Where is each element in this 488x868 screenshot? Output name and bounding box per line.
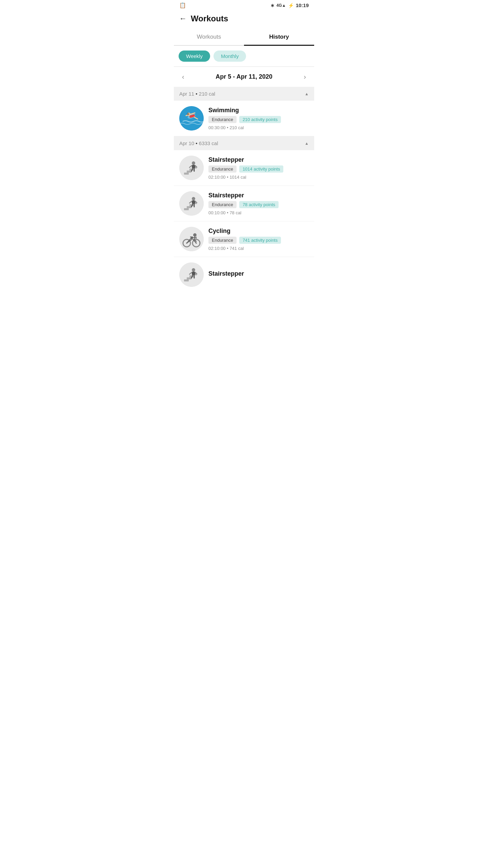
workout-item-stairstepper3-partial[interactable]: Stairstepper — [174, 257, 314, 290]
svg-rect-24 — [192, 200, 195, 204]
battery-icon: ⚡ — [288, 3, 294, 8]
workout-tags-stairstepper2: Endurance 78 activity points — [208, 201, 309, 208]
workout-info-cycling: Cycling Endurance 741 activity points 02… — [208, 228, 309, 251]
prev-week-button[interactable]: ‹ — [179, 72, 187, 82]
workout-avatar-cycling — [179, 227, 204, 251]
signal-icon: 4G▲ — [277, 3, 286, 8]
tab-workouts[interactable]: Workouts — [174, 29, 244, 45]
filter-weekly[interactable]: Weekly — [179, 51, 210, 62]
cycling-icon — [179, 227, 204, 251]
workout-avatar-swimming — [179, 106, 204, 131]
time-display: 10:19 — [296, 2, 309, 8]
next-week-button[interactable]: › — [301, 72, 309, 82]
tag-endurance-stairstepper1: Endurance — [208, 165, 237, 173]
collapse-icon-apr11: ▲ — [305, 92, 309, 96]
svg-rect-13 — [192, 165, 195, 168]
collapse-icon-apr10: ▲ — [305, 141, 309, 146]
svg-point-18 — [179, 191, 204, 216]
svg-rect-9 — [187, 171, 191, 173]
workout-tags-cycling: Endurance 741 activity points — [208, 237, 309, 244]
workout-tags-swimming: Endurance 210 activity points — [208, 116, 309, 123]
svg-rect-47 — [187, 277, 191, 279]
svg-rect-19 — [184, 208, 189, 210]
tab-bar: Workouts History — [174, 29, 314, 46]
page-title: Workouts — [191, 14, 228, 23]
status-right: ∗ 4G▲ ⚡ 10:19 — [270, 2, 309, 8]
workout-name-stairstepper2: Stairstepper — [208, 192, 309, 199]
workout-name-stairstepper3: Stairstepper — [208, 270, 309, 277]
svg-point-41 — [193, 233, 197, 237]
day-date-apr10: Apr 10 • 6333 cal — [179, 140, 218, 146]
tag-endurance-swimming: Endurance — [208, 116, 237, 123]
week-nav: ‹ Apr 5 - Apr 11, 2020 › — [174, 67, 314, 87]
day-date-apr11: Apr 11 • 210 cal — [179, 91, 215, 97]
stairstepper-icon-3 — [179, 262, 204, 287]
day-section-apr10[interactable]: Apr 10 • 6333 cal ▲ — [174, 136, 314, 150]
workout-name-stairstepper1: Stairstepper — [208, 156, 309, 163]
workout-tags-stairstepper1: Endurance 1014 activity points — [208, 165, 309, 173]
workout-item-cycling[interactable]: Cycling Endurance 741 activity points 02… — [174, 221, 314, 257]
day-section-apr11[interactable]: Apr 11 • 210 cal ▲ — [174, 87, 314, 101]
clipboard-icon: 📋 — [179, 2, 186, 8]
workout-info-stairstepper2: Stairstepper Endurance 78 activity point… — [208, 192, 309, 215]
tag-endurance-stairstepper2: Endurance — [208, 201, 237, 208]
workout-info-stairstepper1: Stairstepper Endurance 1014 activity poi… — [208, 156, 309, 180]
svg-point-45 — [179, 262, 204, 287]
workout-avatar-stairstepper3 — [179, 262, 204, 287]
workout-item-stairstepper1[interactable]: Stairstepper Endurance 1014 activity poi… — [174, 150, 314, 186]
workout-avatar-stairstepper1 — [179, 156, 204, 180]
workout-meta-stairstepper2: 00:10:00 • 78 cal — [208, 210, 309, 215]
svg-rect-46 — [184, 279, 189, 281]
workout-meta-swimming: 00:30:00 • 210 cal — [208, 125, 309, 130]
status-bar: 📋 ∗ 4G▲ ⚡ 10:19 — [174, 0, 314, 11]
stairstepper-icon-1 — [179, 156, 204, 180]
back-button[interactable]: ← — [179, 14, 187, 23]
svg-point-50 — [192, 268, 195, 272]
svg-rect-8 — [184, 173, 189, 175]
tag-points-stairstepper2: 78 activity points — [239, 201, 279, 208]
tab-history[interactable]: History — [244, 29, 314, 45]
tag-points-swimming: 210 activity points — [239, 116, 281, 123]
tag-points-cycling: 741 activity points — [239, 237, 281, 244]
workout-item-swimming[interactable]: Swimming Endurance 210 activity points 0… — [174, 101, 314, 136]
workout-info-stairstepper3: Stairstepper — [208, 270, 309, 279]
swimming-icon — [179, 106, 204, 131]
filter-row: Weekly Monthly — [174, 46, 314, 66]
workout-item-stairstepper2[interactable]: Stairstepper Endurance 78 activity point… — [174, 186, 314, 221]
workout-name-cycling: Cycling — [208, 228, 309, 235]
workout-meta-cycling: 02:10:00 • 741 cal — [208, 246, 309, 251]
workout-meta-stairstepper1: 02:10:00 • 1014 cal — [208, 175, 309, 180]
tag-endurance-cycling: Endurance — [208, 237, 237, 244]
header: ← Workouts — [174, 11, 314, 29]
tag-points-stairstepper1: 1014 activity points — [239, 165, 284, 173]
workout-avatar-stairstepper2 — [179, 191, 204, 216]
week-label: Apr 5 - Apr 11, 2020 — [216, 73, 272, 80]
svg-rect-20 — [187, 206, 191, 208]
status-left: 📋 — [179, 2, 186, 8]
bluetooth-icon: ∗ — [270, 3, 274, 8]
stairstepper-icon-2 — [179, 191, 204, 216]
svg-point-12 — [192, 161, 195, 165]
filter-monthly[interactable]: Monthly — [214, 51, 246, 62]
workout-name-swimming: Swimming — [208, 107, 309, 114]
workout-info-swimming: Swimming Endurance 210 activity points 0… — [208, 107, 309, 130]
svg-point-23 — [192, 197, 195, 200]
svg-rect-51 — [192, 272, 195, 275]
svg-point-7 — [179, 156, 204, 180]
